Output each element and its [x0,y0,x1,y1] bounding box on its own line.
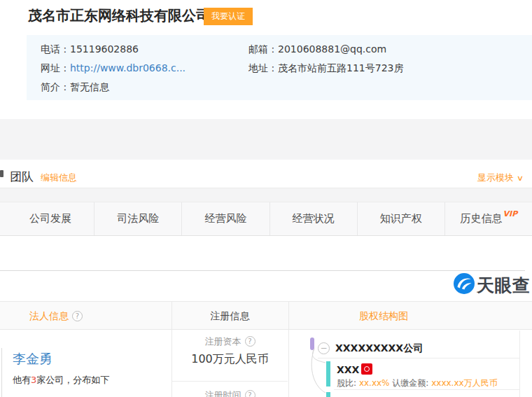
seal-icon [361,363,372,375]
section-divider-line [0,270,525,271]
registered-capital-label: 注册资本? [172,335,288,348]
ratio-value: xx.xx% [359,378,390,388]
capital-label-text: 注册资本 [205,336,241,347]
website-label: 网址： [41,62,70,74]
equity-child-bar-2 [326,392,330,397]
equity-child-bar [326,361,330,386]
tab-label: 知识产权 [380,212,422,225]
tab-label: 历史信息 [461,212,503,225]
equity-right-border [519,330,520,397]
desc-suffix: 家公司，分布如下 [36,375,109,385]
section-tab-bar: 公司发展 司法风险 经营风险 经营状况 知识产权 历史信息VIP [0,202,532,236]
phone-row: 电话：15119602886 [41,43,139,56]
tab-label: 司法风险 [117,212,159,225]
desc-prefix: 他有 [13,375,31,385]
address-value: 茂名市站前五路111号723房 [278,62,403,74]
amount-value: xxxx.xx万人民币 [431,378,497,388]
display-module-label: 显示模块 [477,172,514,183]
phone-label: 电话： [41,43,70,55]
address-row: 地址：茂名市站前五路111号723房 [248,62,403,75]
chevron-down-icon: ∨ [517,174,524,183]
legal-person-header-label: 法人信息 [29,310,69,321]
help-icon[interactable]: ? [245,390,255,397]
tab-intellectual-property[interactable]: 知识产权 [357,202,444,235]
tab-label: 经营风险 [204,212,246,225]
edit-info-link[interactable]: 编辑信息 [41,172,77,184]
tab-operation-status[interactable]: 经营状况 [270,202,357,235]
panel-header-row: 法人信息? 注册信息 股权结构图 [0,301,532,330]
registered-time-label: 注册时间? [172,389,288,397]
column-divider-1 [172,301,172,397]
company-name: 茂名市正东网络科技有限公司 [28,6,210,25]
equity-divider-2 [334,389,519,390]
ratio-label: 股比: [337,378,356,388]
legal-person-header: 法人信息? [29,310,83,323]
page-gap-band-2 [0,188,532,202]
vip-badge: VIP [503,209,518,218]
tab-company-development[interactable]: 公司发展 [7,202,94,235]
tab-label: 公司发展 [29,212,71,225]
company-info-box: 电话：15119602886 网址：http://www.dbr0668.c..… [27,35,532,100]
legal-person-name-link[interactable]: 李金勇 [13,350,52,368]
legal-person-desc: 他有3家公司，分布如下 [13,374,109,386]
tab-judicial-risk[interactable]: 司法风险 [94,202,181,235]
website-link[interactable]: http://www.dbr0668.c... [70,62,186,74]
email-value: 2010608881@qq.com [278,43,386,55]
address-label: 地址： [248,62,278,74]
intro-row: 简介：暂无信息 [41,81,109,94]
email-row: 邮箱：2010608881@qq.com [248,43,386,56]
team-section-bar: 团队 编辑信息 显示模块∨ [0,160,532,188]
phone-value: 15119602886 [70,43,139,55]
equity-divider-1 [318,358,519,358]
registration-separator [172,381,288,382]
company-profile-page: 茂名市正东网络科技有限公司 我要认证 电话：15119602886 网址：htt… [0,0,532,397]
amount-label: 认缴金额: [392,378,428,388]
help-icon[interactable]: ? [245,336,255,347]
email-label: 邮箱： [248,43,278,55]
equity-root-company: XXXXXXXXX公司 [335,342,423,355]
help-icon[interactable]: ? [72,311,83,321]
team-section-title: 团队 [10,169,34,185]
website-row: 网址：http://www.dbr0668.c... [41,62,186,75]
intro-label: 简介： [41,81,70,92]
clipped-text-fragment [0,170,4,177]
intro-value: 暂无信息 [70,81,109,92]
display-module-dropdown[interactable]: 显示模块∨ [477,172,523,184]
equity-structure-header: 股权结构图 [359,310,408,323]
tianyancha-logo-text: 天眼查 [477,274,531,297]
column-divider-2 [288,301,289,397]
equity-ratio-line: 股比: xx.xx% 认缴金额: xxxx.xx万人民币 [337,377,498,389]
tab-history-info[interactable]: 历史信息VIP [444,202,532,235]
verify-button[interactable]: 我要认证 [204,8,253,25]
tab-operation-risk[interactable]: 经营风险 [181,202,269,235]
registration-header: 注册信息 [172,310,288,323]
equity-child-name: XXX [337,364,359,375]
time-label-text: 注册时间 [205,390,241,397]
tianyancha-logo: 天眼查 [454,273,531,297]
clipped-left-border [1,348,2,397]
tianyancha-logo-icon [454,273,475,297]
tab-label: 经营状况 [293,212,335,225]
page-gap-band [0,119,532,160]
registered-capital-value: 100万元人民币 [172,352,288,367]
